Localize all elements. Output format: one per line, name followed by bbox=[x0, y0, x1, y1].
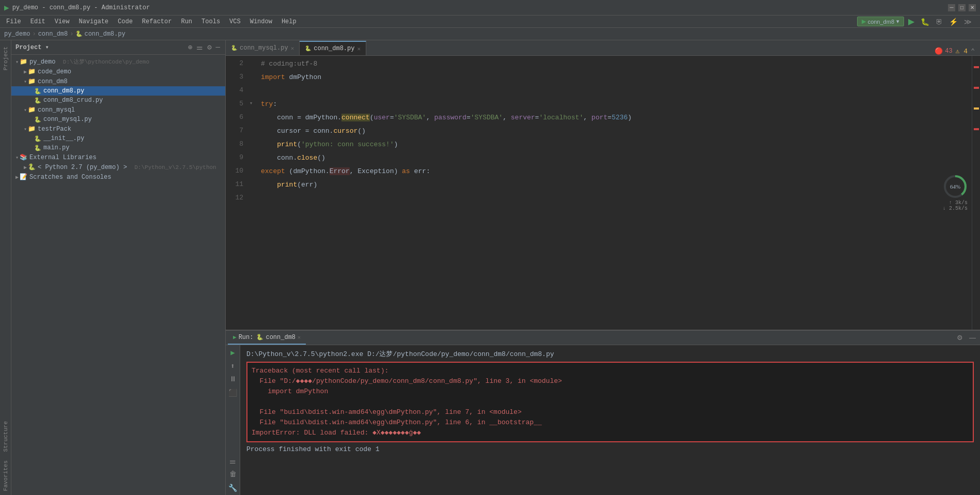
tree-item-external-libs[interactable]: ▾ 📚 External Libraries bbox=[11, 152, 225, 162]
fold-try[interactable]: ▾ bbox=[250, 100, 253, 106]
tree-item-main-py[interactable]: 🐍 main.py bbox=[11, 143, 225, 152]
sidebar-settings-icon[interactable]: ⚙ bbox=[206, 42, 212, 53]
run-config-selector[interactable]: ▶ conn_dm8 ▾ bbox=[857, 17, 904, 26]
code-area[interactable]: # coding:utf-8 import dmPython try: conn… bbox=[257, 56, 980, 330]
breadcrumb-conndm8[interactable]: conn_dm8 bbox=[38, 30, 68, 38]
app-icon: ▶ bbox=[4, 3, 9, 13]
run-settings-button[interactable]: ⚙ bbox=[955, 333, 965, 343]
var-err: err: bbox=[414, 167, 430, 175]
maximize-button[interactable]: □ bbox=[958, 4, 966, 11]
tree-item-conn-dm8-folder[interactable]: ▾ 📁 conn_dm8 bbox=[11, 76, 225, 86]
sidebar-add-icon[interactable]: ⊕ bbox=[187, 42, 193, 53]
tab-conn-mysql[interactable]: 🐍 conn_mysql.py ✕ bbox=[226, 41, 300, 55]
tab-close-conn-mysql[interactable]: ✕ bbox=[291, 45, 294, 52]
paren10a: (dmPython. bbox=[289, 167, 330, 175]
tab-label: conn_mysql.py bbox=[240, 44, 288, 52]
window-controls: ─ □ ✕ bbox=[948, 4, 976, 11]
run-stop-button[interactable]: ⬆ bbox=[228, 361, 238, 371]
tree-item-conn-dm8-py[interactable]: 🐍 conn_dm8.py bbox=[11, 86, 225, 96]
output-content[interactable]: D:\Python_v\2.7.5\python2.exe D:/达梦/pyth… bbox=[240, 345, 980, 495]
editor-area[interactable]: 2 3 4 5 6 7 8 9 10 11 12 ▾ bbox=[226, 56, 980, 330]
run-minimize-button[interactable]: — bbox=[967, 333, 978, 343]
exc10: Exception) bbox=[357, 167, 398, 175]
run-settings2-button[interactable]: 🔧 bbox=[228, 483, 238, 493]
tree-label: conn_dm8 bbox=[38, 78, 68, 85]
error-icon: 🔴 bbox=[935, 47, 943, 55]
breadcrumb-file[interactable]: 🐍 conn_dm8.py bbox=[75, 30, 125, 38]
menu-window[interactable]: Window bbox=[246, 17, 276, 26]
expand-icon[interactable]: ⌃ bbox=[971, 47, 975, 55]
tree-item-testrpack[interactable]: ▾ 📁 testrPack bbox=[11, 124, 225, 134]
tree-item-init-py[interactable]: 🐍 __init__.py bbox=[11, 134, 225, 143]
closeparen8: ) bbox=[394, 141, 398, 148]
right-edge bbox=[972, 56, 980, 330]
run-button[interactable]: ▶ bbox=[906, 16, 916, 27]
module-dm: dmPython bbox=[289, 73, 321, 81]
sidebar-close-icon[interactable]: — bbox=[215, 42, 221, 53]
menu-vcs[interactable]: VCS bbox=[225, 17, 245, 26]
debug-button[interactable]: 🐛 bbox=[919, 17, 931, 27]
err-text: Error bbox=[330, 167, 350, 175]
more-run-button[interactable]: ≫ bbox=[962, 17, 974, 27]
net-down: ↓ 2.5k/s bbox=[943, 206, 968, 211]
warning-icon: ⚠ bbox=[956, 48, 960, 55]
run-play-button[interactable]: ▶ bbox=[228, 347, 238, 358]
menu-code[interactable]: Code bbox=[114, 17, 137, 26]
menu-edit[interactable]: Edit bbox=[26, 17, 50, 26]
warn-marker-1 bbox=[974, 107, 979, 110]
run-restart-button[interactable]: ⏸ bbox=[228, 374, 238, 384]
project-tab[interactable]: Project bbox=[2, 42, 10, 74]
paren-open: ( bbox=[370, 114, 374, 121]
sidebar-collapse-icon[interactable]: ⚌ bbox=[195, 42, 204, 53]
tree-item-conn-dm8-crud[interactable]: 🐍 conn_dm8_crud.py bbox=[11, 96, 225, 105]
menu-navigate[interactable]: Navigate bbox=[74, 17, 113, 26]
paren8: ( bbox=[297, 141, 301, 148]
favorites-tab[interactable]: Favorites bbox=[2, 456, 10, 495]
menu-tools[interactable]: Tools bbox=[197, 17, 224, 26]
param-server: server bbox=[511, 114, 535, 121]
close-button[interactable]: ✕ bbox=[969, 4, 976, 11]
tree-item-code-demo[interactable]: ▶ 📁 code_demo bbox=[11, 67, 225, 76]
code-line-4 bbox=[257, 84, 980, 97]
menu-help[interactable]: Help bbox=[277, 17, 301, 26]
breadcrumb-pydemo[interactable]: py_demo bbox=[4, 30, 30, 38]
run-tab-close[interactable]: ✕ bbox=[298, 334, 301, 341]
code-line-7: cursor = conn.cursor() bbox=[257, 124, 980, 137]
tab-label: conn_dm8.py bbox=[314, 45, 354, 52]
menu-refactor[interactable]: Refactor bbox=[138, 17, 176, 26]
minimize-button[interactable]: ─ bbox=[948, 4, 955, 11]
menu-bar: File Edit View Navigate Code Refactor Ru… bbox=[0, 16, 980, 28]
tree-arrow: ▶ bbox=[24, 69, 27, 75]
run-tab-name: conn_dm8 bbox=[266, 334, 295, 341]
menu-view[interactable]: View bbox=[51, 17, 74, 26]
param-user: user bbox=[374, 114, 390, 121]
err-marker-2 bbox=[974, 87, 979, 89]
folder-icon: 📁 bbox=[20, 58, 27, 66]
run-clear-button[interactable]: 🗑 bbox=[228, 469, 238, 479]
tree-item-scratches[interactable]: ▶ 📝 Scratches and Consoles bbox=[11, 172, 225, 182]
tree-item-conn-mysql-py[interactable]: 🐍 conn_mysql.py bbox=[11, 115, 225, 124]
tree-arrow: ▾ bbox=[15, 59, 19, 65]
menu-run[interactable]: Run bbox=[177, 17, 196, 26]
file-icon: 🐍 bbox=[75, 30, 83, 37]
tree-item-python27[interactable]: ▶ 🐍 < Python 2.7 (py_demo) > D:\Python_v… bbox=[11, 162, 225, 172]
coverage-button[interactable]: ⛨ bbox=[934, 17, 945, 27]
func-connect: connect bbox=[341, 114, 370, 121]
run-rerun-button[interactable]: ⬛ bbox=[228, 388, 238, 398]
tab-conn-dm8[interactable]: 🐍 conn_dm8.py ✕ bbox=[300, 41, 366, 55]
tree-label: conn_dm8.py bbox=[43, 87, 84, 95]
structure-tab[interactable]: Structure bbox=[2, 417, 10, 456]
menu-file[interactable]: File bbox=[2, 17, 25, 26]
tree-label: main.py bbox=[43, 144, 69, 151]
code-line-9: conn.close() bbox=[257, 151, 980, 164]
tree-item-conn-mysql[interactable]: ▾ 📁 conn_mysql bbox=[11, 105, 225, 115]
run-scroll-button[interactable]: ⚌ bbox=[228, 456, 238, 466]
tree-arrow: ▾ bbox=[24, 126, 27, 132]
profile-button[interactable]: ⚡ bbox=[947, 17, 960, 27]
run-tab[interactable]: ▶ Run: 🐍 conn_dm8 ✕ bbox=[228, 331, 306, 345]
error-count: 🔴 43 bbox=[935, 47, 952, 55]
tab-close-conn-dm8[interactable]: ✕ bbox=[357, 45, 361, 52]
tree-item-pydemo[interactable]: ▾ 📁 py_demo D:\达梦\pythonCode\py_demo bbox=[11, 57, 225, 67]
str-sysdba1: 'SYSDBA' bbox=[394, 114, 426, 121]
code-conn: conn = dmPython. bbox=[261, 114, 341, 121]
